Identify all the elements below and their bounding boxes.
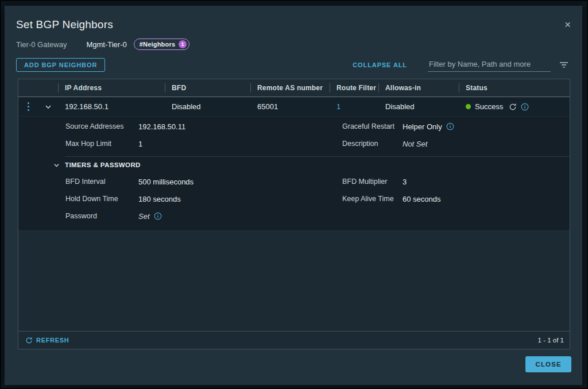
source-addresses-value: 192.168.50.11 <box>138 122 342 131</box>
cell-allowas-in: Disabled <box>378 97 459 116</box>
column-header-empty <box>18 79 58 97</box>
keep-alive-time-label: Keep Alive Time <box>342 195 403 203</box>
bfd-multiplier-label: BFD Multiplier <box>342 178 403 186</box>
graceful-restart-value: Helper Only <box>403 122 570 131</box>
toolbar-right: COLLAPSE ALL <box>353 58 568 72</box>
bfd-multiplier-value: 3 <box>403 178 570 186</box>
description-label: Description <box>342 140 403 148</box>
table-empty-area <box>18 230 570 331</box>
graceful-restart-info-icon[interactable] <box>446 122 454 130</box>
breadcrumb: Tier-0 Gateway Mgmt-Tier-0 #Neighbors 1 <box>5 31 582 50</box>
row-controls <box>18 97 58 116</box>
page-title: Set BGP Neighbors <box>16 18 113 31</box>
password-info-icon[interactable] <box>154 212 162 220</box>
hold-down-time-value: 180 seconds <box>138 195 342 203</box>
cell-ip-address: 192.168.50.1 <box>58 97 165 116</box>
cell-remote-as: 65001 <box>250 97 330 116</box>
bfd-interval-label: BFD Interval <box>65 178 138 186</box>
cell-status: Success <box>459 97 570 116</box>
column-header-remote-as[interactable]: Remote AS number <box>250 79 330 97</box>
column-header-route-filter[interactable]: Route Filter <box>330 79 378 97</box>
success-status-icon <box>466 104 471 109</box>
refresh-label: REFRESH <box>36 337 69 344</box>
chevron-down-icon[interactable] <box>45 103 52 110</box>
column-header-allowas-in[interactable]: Allowas-in <box>378 79 459 97</box>
source-addresses-label: Source Addresses <box>65 122 138 130</box>
cell-bfd: Disabled <box>165 97 250 116</box>
dialog-header: Set BGP Neighbors × <box>5 6 582 31</box>
cell-route-filter-link[interactable]: 1 <box>330 97 378 116</box>
close-button[interactable]: CLOSE <box>525 356 571 372</box>
password-label: Password <box>65 212 138 220</box>
row-menu-icon[interactable] <box>28 102 29 111</box>
column-header-bfd[interactable]: BFD <box>165 79 250 97</box>
table-row[interactable]: 192.168.50.1 Disabled 65001 1 Disabled S… <box>18 97 570 117</box>
filter-icon[interactable] <box>559 61 568 69</box>
keep-alive-time-value: 60 seconds <box>403 195 570 203</box>
detail-row: Source Addresses 192.168.50.11 Graceful … <box>18 118 570 135</box>
toolbar: ADD BGP NEIGHBOR COLLAPSE ALL <box>5 50 582 72</box>
bfd-interval-value: 500 milliseconds <box>138 178 342 186</box>
timers-password-section-title: TIMERS & PASSWORD <box>65 161 141 168</box>
neighbors-tag[interactable]: #Neighbors 1 <box>134 38 190 50</box>
detail-row: Max Hop Limit 1 Description Not Set <box>18 135 570 152</box>
detail-row: Password Set <box>18 207 570 225</box>
refresh-button[interactable]: REFRESH <box>25 337 69 344</box>
password-value: Set <box>138 212 342 221</box>
graceful-restart-label: Graceful Restart <box>342 122 403 130</box>
max-hop-limit-label: Max Hop Limit <box>65 140 138 148</box>
description-value: Not Set <box>403 140 570 148</box>
status-text: Success <box>475 102 503 111</box>
neighbors-count-badge: 1 <box>179 40 187 48</box>
filter-input[interactable] <box>428 58 551 72</box>
gateway-value: Mgmt-Tier-0 <box>86 40 126 49</box>
add-bgp-neighbor-button[interactable]: ADD BGP NEIGHBOR <box>16 58 105 72</box>
hold-down-time-label: Hold Down Time <box>65 195 138 203</box>
refresh-icon <box>25 337 33 344</box>
detail-row: BFD Interval 500 milliseconds BFD Multip… <box>18 173 570 190</box>
pagination-label: 1 - 1 of 1 <box>538 337 564 344</box>
table-header-row: IP Address BFD Remote AS number Route Fi… <box>18 79 570 97</box>
column-header-ip-address[interactable]: IP Address <box>58 79 165 97</box>
table-footer: REFRESH 1 - 1 of 1 <box>18 331 570 349</box>
chevron-down-icon[interactable] <box>53 162 60 168</box>
set-bgp-neighbors-dialog: Set BGP Neighbors × Tier-0 Gateway Mgmt-… <box>5 6 582 385</box>
close-icon[interactable]: × <box>564 21 571 29</box>
row-details-panel: Source Addresses 192.168.50.11 Graceful … <box>18 117 570 230</box>
bgp-neighbors-table: IP Address BFD Remote AS number Route Fi… <box>18 79 570 349</box>
status-refresh-icon[interactable] <box>509 103 517 111</box>
max-hop-limit-value: 1 <box>138 140 342 148</box>
timers-password-section-header: TIMERS & PASSWORD <box>18 157 570 173</box>
collapse-all-button[interactable]: COLLAPSE ALL <box>353 61 407 68</box>
status-info-icon[interactable] <box>521 103 529 111</box>
detail-row: Hold Down Time 180 seconds Keep Alive Ti… <box>18 190 570 207</box>
column-header-status[interactable]: Status <box>459 79 570 97</box>
neighbors-tag-label: #Neighbors <box>140 41 176 48</box>
gateway-label: Tier-0 Gateway <box>16 40 67 49</box>
